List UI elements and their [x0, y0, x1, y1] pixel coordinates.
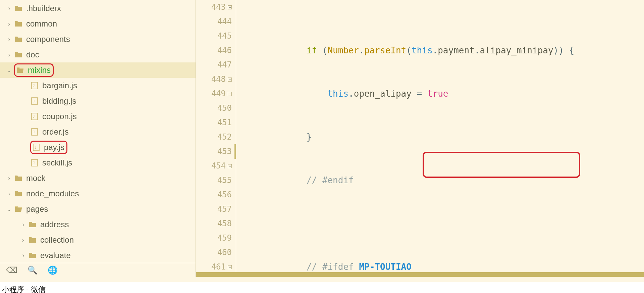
tree-item-node-modules[interactable]: › node_modules [0, 186, 196, 201]
tree-item-label: evaluate [40, 251, 71, 260]
tree-item-label: mixins [28, 65, 51, 75]
js-file-icon: J [30, 97, 39, 105]
line-number: 453 [217, 144, 232, 159]
line-number: 456 [217, 188, 232, 202]
line-number: 450 [217, 101, 232, 115]
horizontal-scrollbar[interactable] [196, 272, 644, 277]
svg-text:J: J [33, 130, 35, 134]
tree-item-pay-js[interactable]: J pay.js [0, 140, 196, 155]
chevron-right-icon: › [6, 190, 12, 197]
line-number: 447 [217, 58, 232, 72]
tree-item-bargain-js[interactable]: J bargain.js [0, 78, 196, 93]
chevron-right-icon: › [6, 20, 12, 28]
code-editor[interactable]: 443− 444 445 446 447 448− 449− 450 451 4… [196, 0, 644, 277]
tree-item-pages[interactable]: ⌄ pages [0, 201, 196, 217]
tree-item-mock[interactable]: › mock [0, 170, 196, 186]
tree-item-mixins[interactable]: ⌄ mixins [0, 62, 196, 78]
svg-rect-2 [32, 98, 38, 104]
footer-label: 小程序 - 微信 [2, 285, 46, 293]
js-file-icon: J [32, 144, 41, 151]
fold-icon[interactable]: − [228, 5, 232, 9]
folder-icon [14, 36, 23, 43]
chevron-right-icon: › [20, 221, 26, 228]
tree-item-label: mock [26, 174, 45, 183]
sidebar-toolbar: ⌫ 🔍 🌐 [0, 263, 196, 277]
search-icon[interactable]: 🔍 [28, 265, 38, 275]
fold-icon[interactable]: − [228, 265, 232, 269]
change-marker [234, 144, 236, 159]
tree-item-hbuilderx[interactable]: › .hbuilderx [0, 1, 196, 16]
tree-item-components[interactable]: › components [0, 32, 196, 47]
line-number: 452 [217, 130, 232, 144]
file-tree[interactable]: › .hbuilderx › common › components › doc [0, 0, 196, 263]
tree-item-seckill-js[interactable]: J seckill.js [0, 155, 196, 170]
chevron-right-icon: › [20, 237, 26, 244]
tree-item-order-js[interactable]: J order.js [0, 124, 196, 140]
tree-item-label: collection [40, 235, 74, 245]
js-file-icon: J [30, 82, 39, 89]
tree-item-coupon-js[interactable]: J coupon.js [0, 109, 196, 124]
folder-icon [14, 190, 23, 197]
tree-item-label: address [40, 220, 69, 229]
svg-text:J: J [33, 99, 35, 103]
js-file-icon: J [30, 113, 39, 120]
fold-icon[interactable]: − [228, 92, 232, 96]
line-number: 455 [217, 173, 232, 188]
highlight-box: J pay.js [30, 141, 67, 154]
bug-icon[interactable]: ⌫ [6, 265, 17, 275]
line-number: 458 [217, 216, 232, 231]
folder-icon [14, 20, 23, 28]
svg-rect-4 [32, 113, 38, 120]
tree-item-label: pay.js [44, 143, 64, 152]
folder-icon [28, 252, 37, 259]
tree-item-address[interactable]: › address [0, 217, 196, 232]
folder-icon [28, 236, 37, 244]
folder-open-icon [16, 66, 24, 74]
folder-open-icon [14, 205, 23, 213]
folder-icon [14, 5, 23, 12]
tree-item-label: components [26, 35, 70, 44]
line-number: 459 [217, 231, 232, 245]
tree-item-collection[interactable]: › collection [0, 232, 196, 248]
svg-text:J: J [33, 84, 35, 88]
fold-icon[interactable]: − [228, 78, 232, 82]
tree-item-label: bargain.js [42, 81, 77, 90]
file-explorer: › .hbuilderx › common › components › doc [0, 0, 196, 277]
line-number: 454 [211, 159, 226, 173]
line-number: 451 [217, 115, 232, 130]
tree-item-label: order.js [42, 127, 69, 137]
tree-item-label: .hbuilderx [26, 4, 61, 13]
tree-item-label: common [26, 19, 57, 29]
line-number: 457 [217, 202, 232, 216]
folder-icon [14, 51, 23, 58]
line-gutter: 443− 444 445 446 447 448− 449− 450 451 4… [196, 0, 236, 277]
highlight-box: mixins [14, 63, 54, 77]
chevron-right-icon: › [6, 36, 12, 43]
tree-item-label: seckill.js [42, 158, 72, 167]
chevron-right-icon: › [6, 51, 12, 58]
tree-item-label: coupon.js [42, 112, 77, 121]
tree-item-bidding-js[interactable]: J bidding.js [0, 93, 196, 109]
tree-item-evaluate[interactable]: › evaluate [0, 248, 196, 263]
line-number: 448 [211, 72, 226, 87]
globe-icon[interactable]: 🌐 [48, 265, 58, 275]
tree-item-label: pages [26, 204, 48, 214]
line-number: 443 [211, 0, 226, 14]
fold-icon[interactable]: − [228, 164, 232, 168]
tree-item-label: doc [26, 50, 39, 59]
svg-rect-0 [32, 82, 38, 89]
svg-rect-6 [32, 129, 38, 135]
line-number: 460 [217, 245, 232, 260]
svg-rect-8 [33, 144, 39, 151]
line-number: 446 [217, 43, 232, 58]
svg-rect-10 [32, 159, 38, 166]
folder-icon [14, 175, 23, 182]
tree-item-doc[interactable]: › doc [0, 47, 196, 62]
chevron-down-icon: ⌄ [6, 66, 12, 74]
chevron-down-icon: ⌄ [6, 205, 12, 213]
tree-item-common[interactable]: › common [0, 16, 196, 32]
chevron-right-icon: › [6, 5, 12, 12]
js-file-icon: J [30, 159, 39, 166]
footer-text: 小程序 - 微信 [0, 282, 644, 293]
code-area[interactable]: if (Number.parseInt(this.payment.alipay_… [236, 0, 644, 277]
